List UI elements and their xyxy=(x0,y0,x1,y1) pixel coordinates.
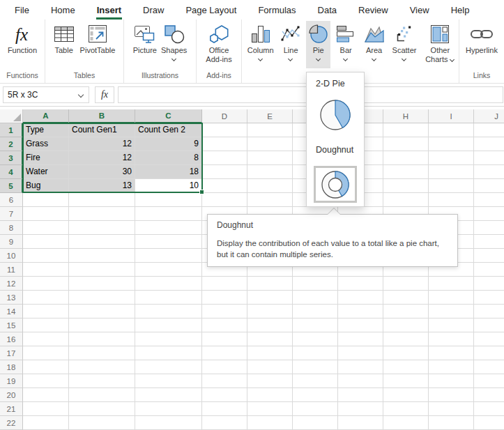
cell-A6[interactable] xyxy=(23,193,69,207)
cell-D3[interactable] xyxy=(202,151,247,165)
cell-C20[interactable] xyxy=(135,388,202,402)
cell-J14[interactable] xyxy=(474,305,504,318)
cell-A8[interactable] xyxy=(23,221,69,235)
cell-C19[interactable] xyxy=(135,374,202,388)
cell-B3[interactable]: 12 xyxy=(69,151,135,165)
cell-E21[interactable] xyxy=(247,402,293,416)
cell-I21[interactable] xyxy=(429,402,474,416)
cell-A7[interactable] xyxy=(23,207,69,221)
cell-A5[interactable]: Bug xyxy=(23,179,69,193)
cell-B10[interactable] xyxy=(69,249,135,263)
cell-G17[interactable] xyxy=(338,346,383,360)
cell-E17[interactable] xyxy=(247,346,293,360)
cell-D16[interactable] xyxy=(202,332,247,346)
row-header-6[interactable]: 6 xyxy=(0,193,23,207)
row-header-10[interactable]: 10 xyxy=(0,249,23,263)
cell-H14[interactable] xyxy=(383,305,429,318)
cell-I17[interactable] xyxy=(429,346,474,360)
cell-A10[interactable] xyxy=(23,249,69,263)
cell-H6[interactable] xyxy=(383,193,429,207)
cell-H15[interactable] xyxy=(383,318,429,332)
select-all-corner[interactable] xyxy=(0,109,23,123)
cell-D14[interactable] xyxy=(202,305,247,318)
row-header-17[interactable]: 17 xyxy=(0,346,23,360)
cell-E14[interactable] xyxy=(247,305,293,318)
tab-data[interactable]: Data xyxy=(317,2,337,20)
cell-C14[interactable] xyxy=(135,305,202,318)
cell-B5[interactable]: 13 xyxy=(69,179,135,193)
row-header-3[interactable]: 3 xyxy=(0,151,23,165)
column-header-A[interactable]: A xyxy=(23,109,69,123)
cell-J10[interactable] xyxy=(474,249,504,263)
tab-page-layout[interactable]: Page Layout xyxy=(185,2,237,20)
cell-B22[interactable] xyxy=(69,416,135,430)
cell-C1[interactable]: Count Gen 2 xyxy=(135,123,202,137)
cell-G13[interactable] xyxy=(338,291,383,305)
cell-J20[interactable] xyxy=(474,388,504,402)
cell-A3[interactable]: Fire xyxy=(23,151,69,165)
cell-F13[interactable] xyxy=(293,291,338,305)
shapes-button[interactable]: Shapes xyxy=(161,21,187,61)
cell-H17[interactable] xyxy=(383,346,429,360)
cell-F22[interactable] xyxy=(293,416,338,430)
cell-J8[interactable] xyxy=(474,221,504,235)
cell-C21[interactable] xyxy=(135,402,202,416)
cell-B21[interactable] xyxy=(69,402,135,416)
cell-E18[interactable] xyxy=(247,360,293,374)
cell-F17[interactable] xyxy=(293,346,338,360)
cell-J19[interactable] xyxy=(474,374,504,388)
cell-G20[interactable] xyxy=(338,388,383,402)
cell-C3[interactable]: 8 xyxy=(135,151,202,165)
cell-D5[interactable] xyxy=(202,179,247,193)
cell-G18[interactable] xyxy=(338,360,383,374)
cell-E15[interactable] xyxy=(247,318,293,332)
cell-I13[interactable] xyxy=(429,291,474,305)
cell-D12[interactable] xyxy=(202,277,247,291)
cell-F12[interactable] xyxy=(293,277,338,291)
cell-C8[interactable] xyxy=(135,221,202,235)
cell-A15[interactable] xyxy=(23,318,69,332)
cell-C18[interactable] xyxy=(135,360,202,374)
row-header-12[interactable]: 12 xyxy=(0,277,23,291)
cell-E16[interactable] xyxy=(247,332,293,346)
cell-B11[interactable] xyxy=(69,263,135,277)
cell-J2[interactable] xyxy=(474,137,504,151)
cell-H21[interactable] xyxy=(383,402,429,416)
cell-H13[interactable] xyxy=(383,291,429,305)
cell-D15[interactable] xyxy=(202,318,247,332)
cell-A21[interactable] xyxy=(23,402,69,416)
cell-D17[interactable] xyxy=(202,346,247,360)
row-header-5[interactable]: 5 xyxy=(0,179,23,193)
cell-B18[interactable] xyxy=(69,360,135,374)
cell-A13[interactable] xyxy=(23,291,69,305)
row-header-20[interactable]: 20 xyxy=(0,388,23,402)
cell-C13[interactable] xyxy=(135,291,202,305)
cell-A17[interactable] xyxy=(23,346,69,360)
cell-A16[interactable] xyxy=(23,332,69,346)
cell-B20[interactable] xyxy=(69,388,135,402)
cell-B8[interactable] xyxy=(69,221,135,235)
cell-C7[interactable] xyxy=(135,207,202,221)
cell-I1[interactable] xyxy=(429,123,474,137)
cell-D2[interactable] xyxy=(202,137,247,151)
cell-C4[interactable]: 18 xyxy=(135,165,202,179)
cell-H18[interactable] xyxy=(383,360,429,374)
cell-D6[interactable] xyxy=(202,193,247,207)
function-button[interactable]: fx Function xyxy=(8,21,37,55)
pivottable-button[interactable]: PivotTable xyxy=(80,21,116,55)
cell-E19[interactable] xyxy=(247,374,293,388)
cell-H20[interactable] xyxy=(383,388,429,402)
row-header-13[interactable]: 13 xyxy=(0,291,23,305)
row-header-4[interactable]: 4 xyxy=(0,165,23,179)
cell-B16[interactable] xyxy=(69,332,135,346)
office-addins-button[interactable]: Office Add-ins xyxy=(204,21,234,64)
cell-A1[interactable]: Type xyxy=(23,123,69,137)
cell-F18[interactable] xyxy=(293,360,338,374)
cell-E2[interactable] xyxy=(247,137,293,151)
cell-D22[interactable] xyxy=(202,416,247,430)
cell-J15[interactable] xyxy=(474,318,504,332)
column-header-E[interactable]: E xyxy=(247,109,293,123)
cell-I22[interactable] xyxy=(429,416,474,430)
cell-C17[interactable] xyxy=(135,346,202,360)
cell-E4[interactable] xyxy=(247,165,293,179)
